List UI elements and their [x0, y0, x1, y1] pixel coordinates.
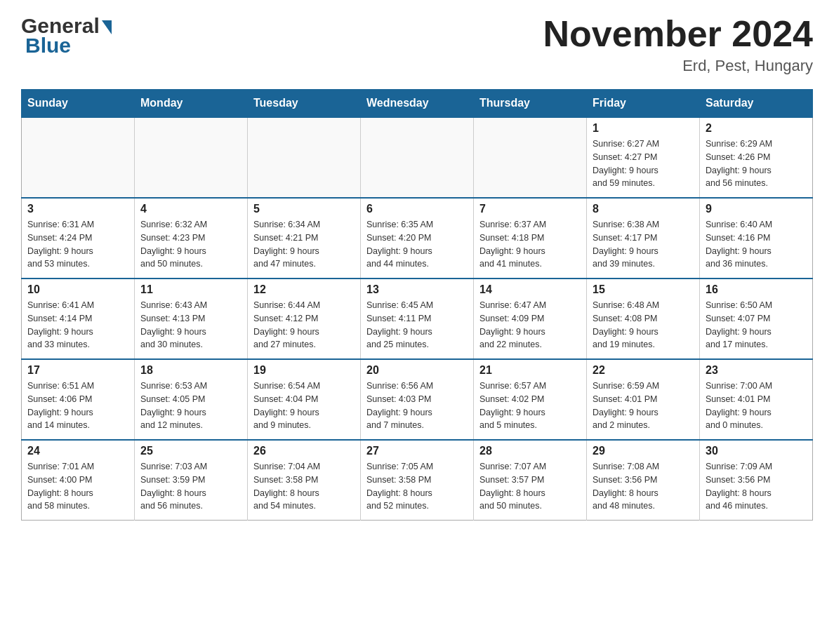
day-number: 4 [140, 203, 241, 215]
calendar-cell [474, 117, 587, 198]
calendar-cell: 30Sunrise: 7:09 AMSunset: 3:56 PMDayligh… [700, 440, 813, 521]
calendar-cell: 25Sunrise: 7:03 AMSunset: 3:59 PMDayligh… [135, 440, 248, 521]
calendar-cell: 23Sunrise: 7:00 AMSunset: 4:01 PMDayligh… [700, 359, 813, 440]
day-info: Sunrise: 6:50 AMSunset: 4:07 PMDaylight:… [706, 299, 807, 351]
day-number: 29 [593, 445, 694, 457]
calendar-week-row: 17Sunrise: 6:51 AMSunset: 4:06 PMDayligh… [22, 359, 813, 440]
calendar-cell: 22Sunrise: 6:59 AMSunset: 4:01 PMDayligh… [587, 359, 700, 440]
day-info: Sunrise: 7:01 AMSunset: 4:00 PMDaylight:… [27, 460, 128, 513]
calendar-cell [361, 117, 474, 198]
calendar-cell: 17Sunrise: 6:51 AMSunset: 4:06 PMDayligh… [22, 359, 135, 440]
day-info: Sunrise: 6:48 AMSunset: 4:08 PMDaylight:… [593, 299, 694, 351]
calendar-cell: 16Sunrise: 6:50 AMSunset: 4:07 PMDayligh… [700, 279, 813, 359]
calendar-cell: 9Sunrise: 6:40 AMSunset: 4:16 PMDaylight… [700, 198, 813, 279]
day-number: 20 [366, 364, 468, 377]
calendar-cell: 28Sunrise: 7:07 AMSunset: 3:57 PMDayligh… [474, 440, 587, 521]
day-number: 5 [253, 203, 355, 215]
calendar-cell: 21Sunrise: 6:57 AMSunset: 4:02 PMDayligh… [474, 359, 587, 440]
calendar-cell: 18Sunrise: 6:53 AMSunset: 4:05 PMDayligh… [135, 359, 248, 440]
day-info: Sunrise: 7:03 AMSunset: 3:59 PMDaylight:… [140, 460, 241, 513]
day-info: Sunrise: 7:08 AMSunset: 3:56 PMDaylight:… [593, 460, 694, 513]
day-info: Sunrise: 7:00 AMSunset: 4:01 PMDaylight:… [706, 380, 807, 432]
calendar-week-row: 24Sunrise: 7:01 AMSunset: 4:00 PMDayligh… [22, 440, 813, 521]
day-info: Sunrise: 6:37 AMSunset: 4:18 PMDaylight:… [479, 218, 581, 271]
calendar-cell: 10Sunrise: 6:41 AMSunset: 4:14 PMDayligh… [22, 279, 135, 359]
day-info: Sunrise: 6:44 AMSunset: 4:12 PMDaylight:… [253, 299, 355, 351]
day-info: Sunrise: 6:45 AMSunset: 4:11 PMDaylight:… [366, 299, 468, 351]
weekday-header-friday: Friday [587, 90, 700, 118]
calendar-cell [248, 117, 361, 198]
day-number: 16 [706, 283, 807, 296]
day-info: Sunrise: 6:41 AMSunset: 4:14 PMDaylight:… [27, 299, 128, 351]
day-number: 28 [479, 445, 581, 457]
day-number: 6 [366, 203, 468, 215]
weekday-header-row: SundayMondayTuesdayWednesdayThursdayFrid… [22, 90, 813, 118]
calendar-cell: 20Sunrise: 6:56 AMSunset: 4:03 PMDayligh… [361, 359, 474, 440]
weekday-header-tuesday: Tuesday [248, 90, 361, 118]
calendar-cell: 19Sunrise: 6:54 AMSunset: 4:04 PMDayligh… [248, 359, 361, 440]
day-info: Sunrise: 6:32 AMSunset: 4:23 PMDaylight:… [140, 218, 241, 271]
calendar-cell: 4Sunrise: 6:32 AMSunset: 4:23 PMDaylight… [135, 198, 248, 279]
calendar-cell: 12Sunrise: 6:44 AMSunset: 4:12 PMDayligh… [248, 279, 361, 359]
calendar-cell: 26Sunrise: 7:04 AMSunset: 3:58 PMDayligh… [248, 440, 361, 521]
day-number: 23 [706, 364, 807, 377]
day-number: 8 [593, 203, 694, 215]
day-info: Sunrise: 6:57 AMSunset: 4:02 PMDaylight:… [479, 380, 581, 432]
weekday-header-thursday: Thursday [474, 90, 587, 118]
day-number: 30 [706, 445, 807, 457]
logo-blue-text: Blue [25, 34, 71, 58]
day-number: 11 [140, 283, 241, 296]
day-number: 14 [479, 283, 581, 296]
day-info: Sunrise: 6:47 AMSunset: 4:09 PMDaylight:… [479, 299, 581, 351]
calendar-cell: 8Sunrise: 6:38 AMSunset: 4:17 PMDaylight… [587, 198, 700, 279]
calendar-title: November 2024 [543, 14, 813, 54]
page-header: General Blue November 2024 Erd, Pest, Hu… [21, 14, 813, 75]
calendar-cell: 2Sunrise: 6:29 AMSunset: 4:26 PMDaylight… [700, 117, 813, 198]
day-info: Sunrise: 6:54 AMSunset: 4:04 PMDaylight:… [253, 380, 355, 432]
day-info: Sunrise: 6:43 AMSunset: 4:13 PMDaylight:… [140, 299, 241, 351]
logo-triangle-icon [102, 20, 112, 34]
calendar-subtitle: Erd, Pest, Hungary [543, 57, 813, 75]
calendar-cell: 3Sunrise: 6:31 AMSunset: 4:24 PMDaylight… [22, 198, 135, 279]
day-info: Sunrise: 6:56 AMSunset: 4:03 PMDaylight:… [366, 380, 468, 432]
calendar-cell: 29Sunrise: 7:08 AMSunset: 3:56 PMDayligh… [587, 440, 700, 521]
title-block: November 2024 Erd, Pest, Hungary [543, 14, 813, 75]
calendar-body: 1Sunrise: 6:27 AMSunset: 4:27 PMDaylight… [22, 117, 813, 521]
day-number: 24 [27, 445, 128, 457]
calendar-cell: 11Sunrise: 6:43 AMSunset: 4:13 PMDayligh… [135, 279, 248, 359]
day-info: Sunrise: 6:34 AMSunset: 4:21 PMDaylight:… [253, 218, 355, 271]
day-info: Sunrise: 7:04 AMSunset: 3:58 PMDaylight:… [253, 460, 355, 513]
day-info: Sunrise: 6:35 AMSunset: 4:20 PMDaylight:… [366, 218, 468, 271]
calendar-table: SundayMondayTuesdayWednesdayThursdayFrid… [21, 89, 813, 521]
day-number: 15 [593, 283, 694, 296]
day-number: 9 [706, 203, 807, 215]
calendar-cell [135, 117, 248, 198]
calendar-cell: 13Sunrise: 6:45 AMSunset: 4:11 PMDayligh… [361, 279, 474, 359]
calendar-cell: 5Sunrise: 6:34 AMSunset: 4:21 PMDaylight… [248, 198, 361, 279]
weekday-header-monday: Monday [135, 90, 248, 118]
day-number: 26 [253, 445, 355, 457]
day-info: Sunrise: 6:27 AMSunset: 4:27 PMDaylight:… [593, 137, 694, 190]
calendar-cell [22, 117, 135, 198]
calendar-cell: 27Sunrise: 7:05 AMSunset: 3:58 PMDayligh… [361, 440, 474, 521]
weekday-header-saturday: Saturday [700, 90, 813, 118]
day-info: Sunrise: 6:51 AMSunset: 4:06 PMDaylight:… [27, 380, 128, 432]
calendar-cell: 24Sunrise: 7:01 AMSunset: 4:00 PMDayligh… [22, 440, 135, 521]
day-number: 13 [366, 283, 468, 296]
calendar-cell: 14Sunrise: 6:47 AMSunset: 4:09 PMDayligh… [474, 279, 587, 359]
calendar-header: SundayMondayTuesdayWednesdayThursdayFrid… [22, 90, 813, 118]
day-info: Sunrise: 6:31 AMSunset: 4:24 PMDaylight:… [27, 218, 128, 271]
day-number: 25 [140, 445, 241, 457]
day-number: 27 [366, 445, 468, 457]
day-number: 3 [27, 203, 128, 215]
day-number: 1 [593, 122, 694, 135]
day-info: Sunrise: 7:09 AMSunset: 3:56 PMDaylight:… [706, 460, 807, 513]
weekday-header-wednesday: Wednesday [361, 90, 474, 118]
day-info: Sunrise: 6:53 AMSunset: 4:05 PMDaylight:… [140, 380, 241, 432]
day-number: 7 [479, 203, 581, 215]
calendar-week-row: 10Sunrise: 6:41 AMSunset: 4:14 PMDayligh… [22, 279, 813, 359]
calendar-cell: 1Sunrise: 6:27 AMSunset: 4:27 PMDaylight… [587, 117, 700, 198]
calendar-cell: 7Sunrise: 6:37 AMSunset: 4:18 PMDaylight… [474, 198, 587, 279]
day-info: Sunrise: 6:40 AMSunset: 4:16 PMDaylight:… [706, 218, 807, 271]
logo: General Blue [21, 14, 112, 58]
